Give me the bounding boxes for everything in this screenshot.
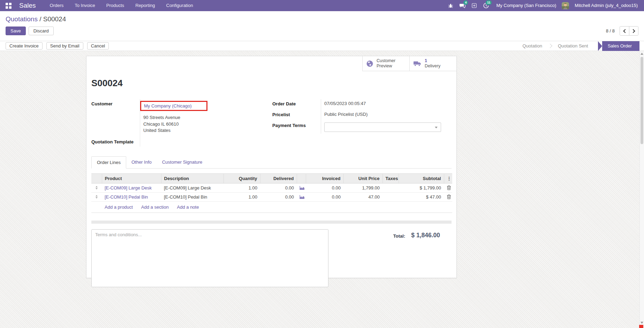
tab-customer-signature[interactable]: Customer Signature bbox=[157, 156, 208, 168]
row1-invoiced[interactable]: 0.00 bbox=[306, 183, 343, 192]
right-field-group: Order Date 07/05/2023 00:05:47 Pricelist… bbox=[272, 99, 441, 147]
breadcrumb: Quotations / S00024 bbox=[6, 15, 638, 23]
column-quantity[interactable]: Quantity bbox=[223, 173, 260, 183]
odoo-sales-window: Sales Orders To Invoice Products Reporti… bbox=[0, 0, 644, 328]
optional-columns-icon[interactable]: ⋮ bbox=[444, 173, 452, 183]
row2-product[interactable]: [E-COM10] Pedal Bin bbox=[102, 192, 161, 201]
add-systray-button[interactable] bbox=[470, 1, 479, 10]
breadcrumb-current: S00024 bbox=[43, 15, 66, 23]
row1-unit-price[interactable]: 1,799.00 bbox=[343, 183, 382, 192]
form-statusbar: Create Invoice Send by Email Cancel Quot… bbox=[0, 41, 644, 51]
quotation-template-field[interactable] bbox=[140, 136, 266, 147]
drag-handle-icon[interactable] bbox=[94, 186, 99, 189]
forecast-chart-icon[interactable] bbox=[300, 186, 305, 190]
user-menu[interactable]: Mitchell Admin (july_4_odoo15) bbox=[572, 0, 641, 11]
delete-trash-icon[interactable] bbox=[447, 194, 451, 199]
column-product[interactable]: Product bbox=[102, 173, 161, 183]
column-invoiced[interactable]: Invoiced bbox=[306, 173, 343, 183]
customer-label: Customer bbox=[91, 99, 140, 113]
messages-systray-button[interactable]: 4 bbox=[458, 1, 467, 10]
menu-reporting[interactable]: Reporting bbox=[130, 0, 160, 11]
user-avatar[interactable] bbox=[562, 2, 569, 9]
column-taxes[interactable]: Taxes bbox=[382, 173, 399, 183]
stage-quotation-sent[interactable]: Quotation Sent bbox=[550, 41, 597, 51]
column-delivered-icon bbox=[297, 173, 306, 183]
app-brand[interactable]: Sales bbox=[19, 2, 36, 9]
debug-bug-icon[interactable] bbox=[446, 1, 455, 10]
column-unit-price[interactable]: Unit Price bbox=[343, 173, 382, 183]
discard-button[interactable]: Discard bbox=[29, 27, 54, 35]
delivery-button[interactable]: 1 Delivery bbox=[409, 56, 456, 71]
scroll-up-arrow-icon[interactable] bbox=[641, 53, 643, 55]
customer-preview-line1: Customer bbox=[377, 58, 395, 64]
top-navbar: Sales Orders To Invoice Products Reporti… bbox=[0, 0, 644, 11]
payment-terms-input[interactable] bbox=[324, 122, 441, 132]
table-row[interactable]: [E-COM09] Large Desk [E-COM09] Large Des… bbox=[91, 183, 452, 192]
bug-icon bbox=[448, 3, 453, 8]
breadcrumb-quotations[interactable]: Quotations bbox=[6, 15, 38, 23]
truck-icon bbox=[413, 60, 422, 67]
stage-sales-order-active[interactable]: Sales Order bbox=[602, 41, 639, 51]
section-separator bbox=[91, 221, 452, 224]
statusbar-stages: Quotation Quotation Sent Sales Order bbox=[514, 41, 639, 51]
drag-handle-icon[interactable] bbox=[94, 195, 99, 199]
column-subtotal[interactable]: Subtotal bbox=[399, 173, 444, 183]
delivery-label: Delivery bbox=[425, 64, 440, 69]
menu-orders[interactable]: Orders bbox=[44, 0, 69, 11]
table-row[interactable]: [E-COM10] Pedal Bin [E-COM10] Pedal Bin … bbox=[91, 192, 452, 201]
customer-address: 90 Streets Avenue Chicago IL 60610 Unite… bbox=[140, 113, 266, 136]
company-switcher[interactable]: My Company (San Francisco) bbox=[493, 0, 559, 11]
row1-delivered[interactable]: 0.00 bbox=[260, 183, 297, 192]
activities-systray-button[interactable]: 11 bbox=[482, 1, 491, 10]
menu-to-invoice[interactable]: To Invoice bbox=[69, 0, 101, 11]
payment-terms-label: Payment Terms bbox=[272, 121, 321, 134]
order-date-label: Order Date bbox=[272, 99, 321, 110]
apps-menu-icon[interactable] bbox=[6, 3, 12, 9]
tab-other-info[interactable]: Other Info bbox=[126, 156, 157, 168]
row2-unit-price[interactable]: 47.00 bbox=[343, 192, 382, 201]
record-title: S00024 bbox=[91, 78, 452, 89]
column-delivered[interactable]: Delivered bbox=[260, 173, 297, 183]
terms-and-conditions-input[interactable] bbox=[91, 229, 328, 287]
row2-taxes[interactable] bbox=[382, 192, 399, 201]
row2-quantity[interactable]: 1.00 bbox=[223, 192, 260, 201]
breadcrumb-separator: / bbox=[39, 15, 41, 23]
messages-badge: 4 bbox=[463, 0, 468, 5]
menu-configuration[interactable]: Configuration bbox=[161, 0, 199, 11]
scrollbar-thumb[interactable] bbox=[641, 57, 643, 144]
menu-products[interactable]: Products bbox=[101, 0, 130, 11]
cancel-button[interactable]: Cancel bbox=[87, 42, 109, 50]
button-box: Customer Preview 1 Delivery bbox=[362, 56, 456, 71]
row2-delivered[interactable]: 0.00 bbox=[260, 192, 297, 201]
add-a-note-link[interactable]: Add a note bbox=[177, 204, 199, 210]
order-date-value[interactable]: 07/05/2023 00:05:47 bbox=[321, 99, 441, 110]
row2-invoiced[interactable]: 0.00 bbox=[306, 192, 343, 201]
row2-description[interactable]: [E-COM10] Pedal Bin bbox=[161, 192, 223, 201]
add-a-product-link[interactable]: Add a product bbox=[105, 204, 133, 210]
customer-preview-button[interactable]: Customer Preview bbox=[362, 56, 409, 71]
form-sheet: Customer Preview 1 Delivery bbox=[86, 56, 457, 278]
order-lines-table: Product Description Quantity Delivered I… bbox=[91, 173, 452, 213]
row1-subtotal: $ 1,799.00 bbox=[399, 183, 444, 192]
row1-product[interactable]: [E-COM09] Large Desk bbox=[102, 183, 161, 192]
row1-description[interactable]: [E-COM09] Large Desk bbox=[161, 183, 223, 192]
save-button[interactable]: Save bbox=[6, 27, 26, 35]
pager-next-button[interactable] bbox=[629, 27, 638, 35]
delete-trash-icon[interactable] bbox=[447, 185, 451, 190]
customer-field-value[interactable]: My Company (Chicago) bbox=[144, 103, 192, 109]
highlight-red-box: My Company (Chicago) bbox=[140, 101, 207, 111]
column-description[interactable]: Description bbox=[161, 173, 223, 183]
forecast-chart-icon[interactable] bbox=[300, 195, 305, 199]
row1-taxes[interactable] bbox=[382, 183, 399, 192]
stage-quotation[interactable]: Quotation bbox=[514, 41, 551, 51]
vertical-scrollbar[interactable] bbox=[639, 51, 644, 328]
chevron-down-icon bbox=[435, 127, 438, 128]
send-by-email-button[interactable]: Send by Email bbox=[46, 42, 83, 50]
pricelist-value[interactable]: Public Pricelist (USD) bbox=[321, 110, 441, 121]
create-invoice-button[interactable]: Create Invoice bbox=[6, 42, 43, 50]
add-a-section-link[interactable]: Add a section bbox=[141, 204, 169, 210]
row1-quantity[interactable]: 1.00 bbox=[223, 183, 260, 192]
pager-previous-button[interactable] bbox=[620, 27, 629, 35]
tab-order-lines[interactable]: Order Lines bbox=[91, 156, 126, 169]
scroll-down-arrow-icon[interactable] bbox=[641, 322, 643, 324]
